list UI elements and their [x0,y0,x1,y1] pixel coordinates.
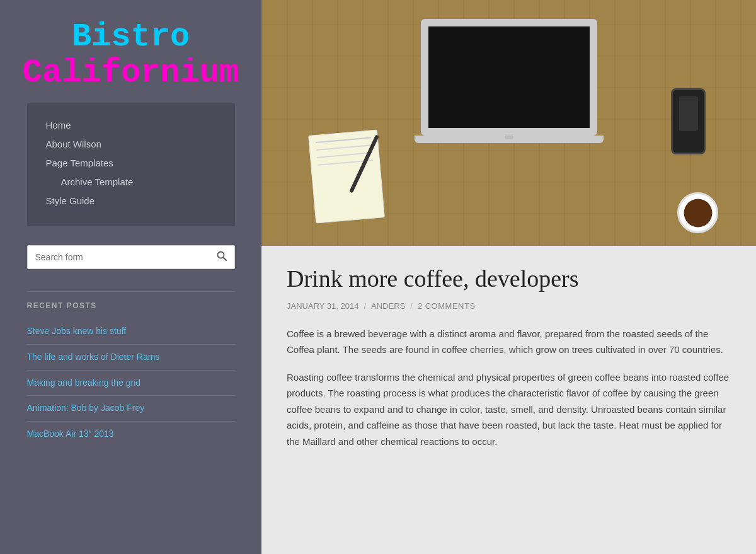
meta-separator-1: / [364,301,366,311]
recent-post-link-3[interactable]: Making and breaking the grid [27,378,141,388]
laptop-screen [421,19,597,136]
recent-posts-title: RECENT POSTS [27,301,235,310]
article-body: Coffee is a brewed beverage with a disti… [287,326,731,450]
article-title: Drink more coffee, developers [287,265,731,294]
site-title-line2: Californium [13,55,249,91]
site-title-line1: Bistro [13,19,249,55]
list-item: Animation: Bob by Jacob Frey [27,396,235,422]
hero-image [261,0,756,246]
list-item: MacBook Air 13″ 2013 [27,422,235,447]
nav-link-about[interactable]: About Wilson [46,139,101,149]
list-item: Making and breaking the grid [27,371,235,396]
site-title-area: Bistro Californium [0,0,261,103]
laptop-illustration [408,19,610,143]
search-input[interactable] [28,246,209,268]
recent-post-link-1[interactable]: Steve Jobs knew his stuff [27,326,127,336]
nav-link-style-guide[interactable]: Style Guide [46,195,95,206]
recent-post-link-4[interactable]: Animation: Bob by Jacob Frey [27,403,145,413]
search-icon [217,251,227,261]
nav-item-page-templates[interactable]: Page Templates [46,154,216,173]
article-meta: JANUARY 31, 2014 / ANDERS / 2 COMMENTS [287,301,731,311]
recent-post-link-2[interactable]: The life and works of Dieter Rams [27,352,160,362]
list-item: Steve Jobs knew his stuff [27,319,235,345]
search-area [27,245,235,269]
recent-post-link-5[interactable]: MacBook Air 13″ 2013 [27,429,114,439]
meta-separator-2: / [410,301,413,311]
recent-posts-area: RECENT POSTS Steve Jobs knew his stuff T… [27,301,235,446]
site-title: Bistro Californium [13,19,249,91]
search-form [27,245,235,269]
nav-item-home[interactable]: Home [46,116,216,135]
desk-scene [261,0,756,246]
list-item: The life and works of Dieter Rams [27,345,235,371]
nav-list: Home About Wilson Page Templates Archive… [46,116,216,211]
main-content: Drink more coffee, developers JANUARY 31… [261,0,756,554]
article-date: JANUARY 31, 2014 [287,301,358,311]
article-area: Drink more coffee, developers JANUARY 31… [261,246,756,480]
svg-line-1 [223,258,226,261]
coffee-cup-illustration [677,192,718,233]
nav-box: Home About Wilson Page Templates Archive… [27,103,235,226]
nav-item-about[interactable]: About Wilson [46,135,216,154]
sidebar: Bistro Californium Home About Wilson Pag… [0,0,261,554]
article-paragraph-2: Roasting coffee transforms the chemical … [287,369,731,450]
search-button[interactable] [209,246,234,268]
nav-link-archive-template[interactable]: Archive Template [61,176,134,187]
article-comments-count: 2 COMMENTS [418,301,476,311]
nav-link-page-templates[interactable]: Page Templates [46,158,113,168]
nav-item-style-guide[interactable]: Style Guide [46,192,216,211]
phone-illustration [671,88,706,154]
article-paragraph-1: Coffee is a brewed beverage with a disti… [287,326,731,358]
nav-item-archive-template[interactable]: Archive Template [46,173,216,192]
article-author: ANDERS [371,301,405,311]
divider [27,291,235,292]
nav-link-home[interactable]: Home [46,120,71,130]
